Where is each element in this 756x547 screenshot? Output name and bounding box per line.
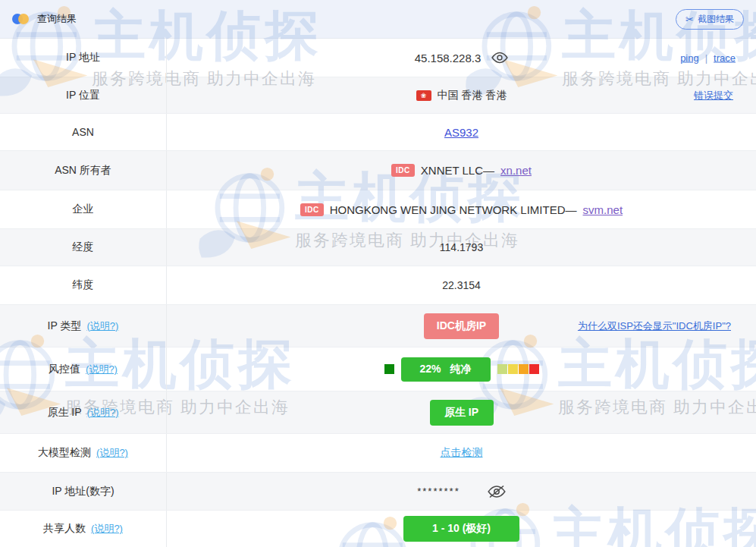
enterprise-site-link[interactable]: svm.net [583,203,623,216]
row-label: 经度 [0,229,167,266]
table-row-risk-value: 风控值 (说明?) 22% 纯净 [0,347,756,391]
table-row-ip-numeric: IP 地址(数字) ******** [0,472,756,510]
link-separator: | [705,52,707,64]
query-result-page: 主机侦探 服务跨境电商 助力中企出海 主机侦探 服务跨境电商 助力中企出海 主机… [0,0,756,547]
row-label: ASN 所有者 [0,151,167,190]
table-row-enterprise: 企业 IDC HONGKONG WEN JING NETWORK LIMITED… [0,190,756,228]
table-row-llm-detect: 大模型检测 (说明?) 点击检测 [0,433,756,472]
explain-link[interactable]: (说明?) [96,446,128,460]
risk-scale-yellow [508,364,518,374]
risk-purity: 纯净 [450,363,472,376]
query-result-logo-icon [12,13,30,25]
risk-scale [497,364,539,374]
eye-icon[interactable] [491,52,508,64]
table-row-ip-address: IP 地址 45.158.228.3 ping|trace [0,38,756,77]
table-row-longitude: 经度 114.1793 [0,228,756,266]
explain-link[interactable]: (说明?) [87,406,119,420]
longitude-value: 114.1793 [440,241,483,253]
result-table: IP 地址 45.158.228.3 ping|trace IP 位置 ❀ 中国… [0,38,756,547]
risk-percent: 22% [419,363,441,376]
table-row-ip-type: IP 类型 (说明?) IDC机房IP 为什么双ISP还会显示"IDC机房IP"… [0,304,756,347]
table-row-latitude: 纬度 22.3154 [0,266,756,304]
ping-link[interactable]: ping [680,52,699,64]
risk-level-marker [384,364,394,374]
ip-address-value: 45.158.228.3 [415,52,482,64]
table-row-asn: ASN AS932 [0,113,756,150]
explain-link[interactable]: (说明?) [86,363,118,376]
explain-link[interactable]: (说明?) [91,522,123,536]
hong-kong-flag-icon: ❀ [416,90,431,101]
click-detect-link[interactable]: 点击检测 [441,446,483,460]
table-row-shared-users: 共享人数 (说明?) 1 - 10 (极好) [0,510,756,547]
asn-owner-site-link[interactable]: xn.net [500,164,532,177]
trace-link[interactable]: trace [714,52,736,64]
row-label: IP 类型 (说明?) [0,305,167,347]
why-dual-isp-link[interactable]: 为什么双ISP还会显示"IDC机房IP"? [578,319,731,333]
masked-ip-numeric-value: ******** [417,486,460,497]
native-ip-badge: 原生 IP [430,400,494,426]
eye-off-icon[interactable] [488,486,506,498]
risk-scale-green [497,364,507,374]
ip-type-badge: IDC机房IP [424,313,499,339]
table-row-ip-location: IP 位置 ❀ 中国 香港 香港 错误提交 [0,77,756,113]
ip-location-value: 中国 香港 香港 [438,89,507,102]
table-row-asn-owner: ASN 所有者 IDC XNNET LLC— xn.net [0,150,756,190]
error-submit-link[interactable]: 错误提交 [694,89,733,102]
idc-badge: IDC [391,164,415,177]
topbar: 查询结果 ✂ 截图结果 [0,0,756,38]
row-label: IP 位置 [0,77,167,113]
row-label: IP 地址 [0,39,167,77]
row-label: IP 地址(数字) [0,473,167,510]
table-row-native-ip: 原生 IP (说明?) 原生 IP [0,391,756,433]
risk-scale-red [529,364,539,374]
row-label: 风控值 (说明?) [0,347,167,391]
idc-badge: IDC [300,203,324,216]
row-label: 企业 [0,190,167,228]
screenshot-result-button[interactable]: ✂ 截图结果 [676,9,744,30]
asn-link[interactable]: AS932 [444,126,478,139]
row-label: 大模型检测 (说明?) [0,434,167,472]
row-label: 纬度 [0,266,167,304]
row-label: 共享人数 (说明?) [0,511,167,547]
risk-scale-orange [519,364,529,374]
ping-trace-links: ping|trace [680,52,736,64]
shared-users-badge: 1 - 10 (极好) [403,516,519,542]
row-label: 原生 IP (说明?) [0,391,167,433]
explain-link[interactable]: (说明?) [86,319,118,333]
asn-owner-value: XNNET LLC— [421,164,494,177]
latitude-value: 22.3154 [442,279,481,291]
row-label: ASN [0,114,167,150]
scissors-icon: ✂ [685,14,694,24]
page-title: 查询结果 [37,12,77,26]
risk-value-badge: 22% 纯净 [401,357,491,382]
enterprise-value: HONGKONG WEN JING NETWORK LIMITED— [330,203,577,216]
